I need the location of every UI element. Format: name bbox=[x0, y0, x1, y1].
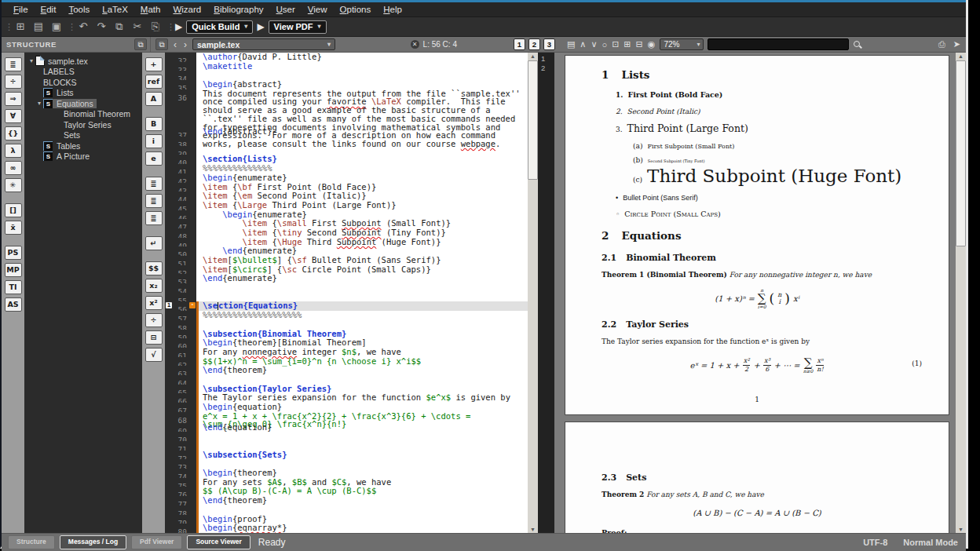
accents-icon[interactable]: x̄ bbox=[5, 221, 22, 235]
pdf-page-list-item[interactable]: 1 bbox=[538, 54, 554, 64]
menu-bibliography[interactable]: Bibliography bbox=[208, 4, 269, 15]
superscript-icon[interactable]: x² bbox=[145, 296, 163, 310]
run-viewpdf-icon[interactable]: ▶ bbox=[257, 21, 264, 32]
close-file-icon[interactable]: ✕ bbox=[411, 40, 419, 49]
editor-line-70[interactable]: 70 bbox=[165, 432, 528, 441]
subscript-icon[interactable]: x₂ bbox=[145, 279, 163, 293]
code-text[interactable]: \end{abstract} bbox=[199, 127, 528, 137]
editor-line-53[interactable]: 53\end{enumerate} bbox=[165, 274, 528, 283]
footnote-icon[interactable]: A bbox=[145, 92, 163, 106]
expander-icon[interactable]: ▾ bbox=[27, 57, 35, 64]
misc-math-symbols-icon[interactable]: ∀ bbox=[5, 109, 22, 123]
statusbar-tab-messages-log[interactable]: Messages / Log bbox=[60, 535, 126, 549]
left-delimiters-icon[interactable]: [] bbox=[5, 203, 22, 217]
structure-item-labels[interactable]: LABELS bbox=[24, 67, 142, 78]
menu-math[interactable]: Math bbox=[135, 4, 166, 15]
code-text[interactable]: \end{theorem} bbox=[199, 366, 528, 375]
original-size-icon[interactable]: ○ bbox=[601, 40, 608, 49]
scroll-down-icon[interactable]: ▼ bbox=[530, 526, 536, 533]
redo-icon[interactable]: ↷ bbox=[94, 20, 108, 34]
editor-line-57[interactable]: 57%%%%%%%%%%%%%%%%%%%% bbox=[165, 311, 528, 320]
editor-scrollbar-thumb[interactable] bbox=[528, 60, 538, 180]
undo-icon[interactable]: ↶ bbox=[76, 20, 90, 34]
scroll-down-icon[interactable]: ▼ bbox=[958, 526, 964, 533]
math-mode-icon[interactable]: $$ bbox=[145, 261, 163, 276]
pdf-page-list[interactable]: 12 bbox=[538, 53, 554, 533]
structure-content-icon[interactable]: ≣ bbox=[5, 57, 22, 71]
copy-icon[interactable]: ⧉ bbox=[112, 20, 126, 34]
menu-tools[interactable]: Tools bbox=[63, 4, 95, 15]
align-center-icon[interactable]: ≣ bbox=[145, 194, 163, 208]
code-text[interactable] bbox=[199, 432, 528, 441]
special-symbols-icon[interactable]: ✳ bbox=[5, 178, 22, 192]
save-icon[interactable]: ▣ bbox=[49, 20, 64, 34]
next-page-icon[interactable]: ∨ bbox=[590, 39, 598, 49]
editor-view-2-button[interactable]: 2 bbox=[528, 38, 540, 50]
menu-help[interactable]: Help bbox=[378, 4, 408, 15]
pdf-search-input[interactable] bbox=[708, 38, 849, 50]
structure-item-a-picture[interactable]: SA Picture bbox=[24, 151, 142, 162]
structure-item-blocks[interactable]: BLOCKS bbox=[24, 77, 142, 88]
code-text[interactable]: \end{equation} bbox=[199, 423, 528, 432]
greek-symbols-icon[interactable]: λ bbox=[5, 144, 22, 158]
align-right-icon[interactable]: ≣ bbox=[145, 211, 163, 225]
statusbar-tab-pdf-viewer[interactable]: Pdf Viewer bbox=[131, 535, 182, 549]
tikz-icon[interactable]: TI bbox=[5, 280, 22, 294]
frac-icon[interactable]: ÷ bbox=[145, 313, 163, 327]
run-quickbuild-icon[interactable]: ▶ bbox=[175, 21, 182, 32]
structure-item-lists[interactable]: SLists bbox=[24, 88, 142, 99]
detach-structure-icon[interactable]: ⧉ bbox=[134, 38, 147, 50]
source-editor[interactable]: 32\author{David P. Little}33\maketitle34… bbox=[165, 53, 528, 533]
code-text[interactable]: \subsection{Sets} bbox=[199, 451, 528, 460]
emph-icon[interactable]: e bbox=[145, 151, 163, 166]
quick-build-dropdown[interactable]: Quick Build ▾ bbox=[186, 20, 253, 34]
editor-line-54[interactable]: 54 bbox=[165, 283, 528, 293]
fit-page-icon[interactable]: ⊞ bbox=[623, 39, 631, 49]
menu-wizard[interactable]: Wizard bbox=[167, 4, 207, 15]
menu-file[interactable]: File bbox=[8, 4, 34, 15]
pdf-scrollbar-thumb[interactable] bbox=[956, 60, 966, 246]
scroll-up-icon[interactable]: ▲ bbox=[958, 53, 964, 60]
editor-line-36[interactable]: 36This document represents the output fr… bbox=[165, 89, 528, 128]
structure-item-sample-tex[interactable]: ▾sample.tex bbox=[24, 56, 142, 67]
ref-icon[interactable]: ref bbox=[145, 75, 163, 89]
cut-icon[interactable]: ✂ bbox=[130, 20, 144, 34]
editor-line-37[interactable]: 37\end{abstract} bbox=[165, 127, 528, 137]
expander-icon[interactable]: ▾ bbox=[35, 100, 43, 107]
metapost-icon[interactable]: MP bbox=[5, 263, 22, 277]
align-left-icon[interactable]: ≣ bbox=[145, 177, 163, 191]
new-file-icon[interactable]: ⊞ bbox=[13, 20, 27, 34]
menu-latex[interactable]: LaTeX bbox=[97, 4, 133, 15]
menu-options[interactable]: Options bbox=[335, 4, 377, 15]
structure-item-tables[interactable]: STables bbox=[24, 140, 142, 151]
delimiters-symbols-icon[interactable]: {} bbox=[5, 126, 22, 140]
scroll-up-icon[interactable]: ▲ bbox=[530, 53, 536, 60]
editor-view-3-button[interactable]: 3 bbox=[543, 38, 555, 50]
view-pdf-dropdown[interactable]: View PDF ▾ bbox=[269, 20, 327, 34]
pstricks-icon[interactable]: PS bbox=[5, 246, 22, 260]
menu-edit[interactable]: Edit bbox=[35, 4, 62, 15]
statusbar-tab-source-viewer[interactable]: Source Viewer bbox=[187, 535, 250, 549]
split-editor-icon[interactable]: ⧉ bbox=[155, 38, 168, 50]
relation-symbols-icon[interactable]: ÷ bbox=[5, 75, 22, 89]
print-icon[interactable]: ⎙ bbox=[938, 39, 946, 49]
previous-page-icon[interactable]: ∧ bbox=[579, 39, 587, 49]
open-file-icon[interactable]: ▤ bbox=[31, 20, 46, 34]
structure-item-equations[interactable]: ▾SEquations bbox=[24, 98, 142, 109]
code-text[interactable]: e^x = 1 + x + \frac{x^2}{2} + \frac{x^3}… bbox=[199, 412, 528, 423]
editor-line-77[interactable]: 77\end{theorem} bbox=[165, 496, 528, 505]
asymptote-icon[interactable]: AS bbox=[5, 297, 22, 312]
code-text[interactable]: This document represents the output from… bbox=[199, 89, 528, 128]
code-text[interactable] bbox=[199, 137, 528, 146]
editor-line-68[interactable]: 68e^x = 1 + x + \frac{x^2}{2} + \frac{x^… bbox=[165, 412, 528, 423]
structure-item-binomial-theorem[interactable]: Binomial Theorem bbox=[24, 109, 142, 120]
fit-width-icon[interactable]: ⊡ bbox=[611, 39, 620, 49]
editor-line-38[interactable]: 38 bbox=[165, 137, 528, 146]
code-text[interactable]: \maketitle bbox=[199, 62, 528, 71]
editor-line-72[interactable]: 72\subsection{Sets} bbox=[165, 451, 528, 460]
search-icon[interactable] bbox=[853, 40, 862, 49]
presentation-mode-icon[interactable]: ◉ bbox=[647, 39, 656, 49]
dfrac-icon[interactable]: ⊟ bbox=[145, 330, 163, 345]
structure-item-sets[interactable]: Sets bbox=[24, 130, 142, 141]
pdf-toc-icon[interactable]: ▤ bbox=[566, 39, 576, 49]
